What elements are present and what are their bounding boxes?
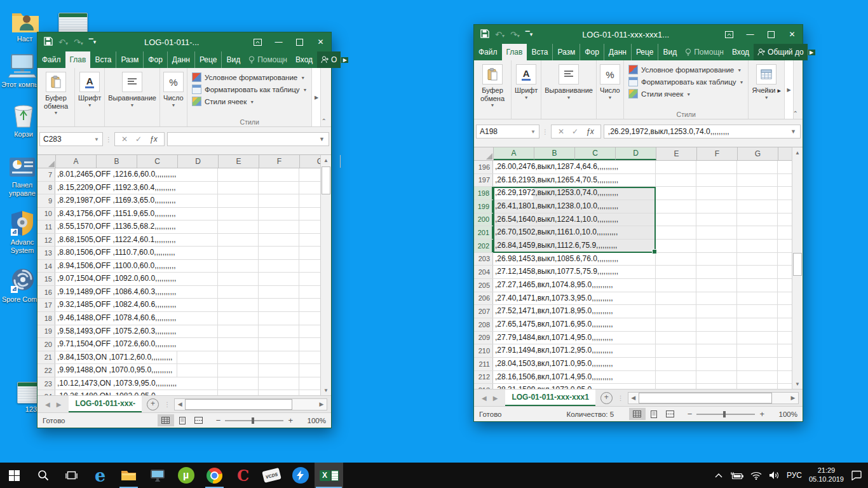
table-row[interactable]: 211,28.04,1503,вкл,1071.0,95.0,,,,,,,,,, xyxy=(474,358,792,371)
zoom-slider[interactable] xyxy=(696,414,755,415)
tab-insert[interactable]: Вста xyxy=(90,51,116,68)
zoom-level[interactable]: 100% xyxy=(773,410,797,418)
row-header-14[interactable]: 14 xyxy=(37,260,55,273)
row-header-205[interactable]: 205 xyxy=(474,279,493,292)
column-header-G[interactable]: G xyxy=(738,147,778,160)
page-layout-view-icon[interactable] xyxy=(646,408,662,420)
tabrow-expand-icon[interactable]: ▶ xyxy=(808,50,815,55)
row-header-11[interactable]: 11 xyxy=(37,220,55,233)
chrome-button[interactable] xyxy=(200,463,229,488)
tab-data[interactable]: Данн xyxy=(167,51,194,68)
new-sheet-icon[interactable]: + xyxy=(147,398,159,410)
enter-icon[interactable]: ✓ xyxy=(572,127,578,136)
redo-icon[interactable]: ↷▾ xyxy=(74,37,83,47)
row-header-15[interactable]: 15 xyxy=(37,273,55,285)
formula-input[interactable]: ,26.29,1972,выкл,1253.0,74.0,,,,,,,,,▼ xyxy=(604,125,801,139)
tab-formulas[interactable]: Фор xyxy=(143,51,166,68)
customize-qat-icon[interactable]: ▔▾ xyxy=(526,31,532,37)
row-header-203[interactable]: 203 xyxy=(474,253,493,266)
row-header-211[interactable]: 211 xyxy=(474,358,493,370)
vertical-scrollbar[interactable]: ▲ ▼ xyxy=(792,147,803,389)
scroll-left-icon[interactable]: ◀ xyxy=(628,395,639,401)
sheet-prev-icon[interactable]: ◀ xyxy=(482,395,487,402)
action-center-icon[interactable] xyxy=(851,470,862,480)
cells-group[interactable]: Ячейки ▸ ▼ xyxy=(749,60,784,119)
clock[interactable]: 21:29 05.10.2019 xyxy=(809,466,844,484)
tab-home[interactable]: Глав xyxy=(502,44,527,60)
namebox-caret-icon[interactable]: ▼ xyxy=(94,137,99,142)
customize-qat-icon[interactable]: ▔▾ xyxy=(89,39,96,45)
table-row[interactable]: 20,9.71,1504,OFF ,1072.6,60.0,,,,,,,,,, xyxy=(37,338,320,351)
formula-expand-icon[interactable]: ▼ xyxy=(790,128,796,135)
utorrent-button[interactable]: µ xyxy=(172,463,200,488)
vertical-scrollbar[interactable]: ▲ ▼ xyxy=(320,154,331,395)
row-header-17[interactable]: 17 xyxy=(37,299,55,311)
scroll-up-icon[interactable]: ▲ xyxy=(323,155,329,165)
zoom-in-icon[interactable]: + xyxy=(288,416,293,425)
column-header-E[interactable]: E xyxy=(219,155,259,168)
volume-icon[interactable] xyxy=(769,471,780,480)
table-row[interactable]: 212,28.16,1506,вкл,1071.4,95.0,,,,,,,,,, xyxy=(474,371,792,384)
clipboard-group[interactable]: Буфер обмена ▼ xyxy=(474,60,512,119)
hscroll-thumb[interactable] xyxy=(639,393,772,403)
zoom-out-icon[interactable]: − xyxy=(688,409,693,419)
page-layout-view-icon[interactable] xyxy=(174,414,191,426)
row-header-204[interactable]: 204 xyxy=(474,266,493,278)
alignment-group[interactable]: Выравнивание ▼ xyxy=(105,68,160,126)
undo-icon[interactable]: ↶▾ xyxy=(495,30,505,39)
column-header-A[interactable]: A xyxy=(56,155,97,168)
row-header-22[interactable]: 22 xyxy=(37,364,55,377)
new-sheet-icon[interactable]: + xyxy=(600,392,613,404)
undo-icon[interactable]: ↶▾ xyxy=(58,37,68,47)
column-header-B[interactable]: B xyxy=(534,147,575,160)
format-as-table-button[interactable]: Форматировать как таблицу▼ xyxy=(628,76,744,88)
table-row[interactable]: 22,9.99,1488,ON ,1070.0,95.0,,,,,,,,,, xyxy=(37,364,320,377)
lightning-app-button[interactable] xyxy=(286,463,315,488)
close-button[interactable]: ✕ xyxy=(310,32,331,51)
vscroll-thumb[interactable] xyxy=(322,166,330,194)
scroll-down-icon[interactable]: ▼ xyxy=(795,379,800,389)
cell-styles-button[interactable]: Стили ячеек▼ xyxy=(628,88,691,100)
scroll-right-icon[interactable]: ▶ xyxy=(788,395,798,401)
row-header-20[interactable]: 20 xyxy=(37,338,55,351)
sheet-next-icon[interactable]: ▶ xyxy=(57,401,62,408)
table-row[interactable]: 213,28.31,1509,вкл,1072.0,95.0,,,,,,,,,, xyxy=(474,384,792,389)
row-header-202[interactable]: 202 xyxy=(474,240,493,252)
column-header-C[interactable]: C xyxy=(137,155,178,168)
table-row[interactable]: 18,9.46,1488,OFF ,1078.4,60.6,,,,,,,,,, xyxy=(37,312,320,325)
row-header-16[interactable]: 16 xyxy=(37,286,55,299)
name-box[interactable]: C283▼ xyxy=(39,132,103,146)
table-row[interactable]: 202,26.84,1459,выкл,1112.6,75.9,,,,,,,,,… xyxy=(474,240,792,253)
task-view-button[interactable] xyxy=(57,463,86,488)
row-header-197[interactable]: 197 xyxy=(474,174,493,187)
zoom-in-icon[interactable]: + xyxy=(759,409,764,419)
table-row[interactable]: 200,26.54,1640,выкл,1224.1,10.0,,,,,,,,,… xyxy=(474,214,792,227)
column-header-F[interactable]: F xyxy=(697,147,738,160)
column-header-C[interactable]: C xyxy=(575,147,616,160)
sign-in-button[interactable]: Вход xyxy=(291,55,317,64)
tab-home[interactable]: Глав xyxy=(65,51,91,68)
page-break-view-icon[interactable] xyxy=(662,408,679,420)
wifi-icon[interactable] xyxy=(750,471,762,480)
title-bar[interactable]: ↶▾ ↷▾ ▔▾ LOG-01-011-xxx-xxx1... — ✕ xyxy=(474,25,803,44)
tab-review[interactable]: Реце xyxy=(194,51,222,68)
insert-function-icon[interactable]: ƒx xyxy=(586,127,594,136)
table-row[interactable]: 196,26.00,2476,выкл,1287.4,64.6,,,,,,,,,… xyxy=(474,161,792,174)
minimize-button[interactable]: — xyxy=(268,32,289,51)
table-row[interactable]: 10,8.43,1756,OFF ,1151.9,65.0,,,,,,,,,, xyxy=(37,208,320,221)
row-header-199[interactable]: 199 xyxy=(474,200,493,213)
sheet-tab[interactable]: LOG-01-011-xxx- xyxy=(69,396,142,412)
row-header-18[interactable]: 18 xyxy=(37,312,55,325)
column-header-E[interactable]: E xyxy=(656,147,697,160)
title-bar[interactable]: ↶▾ ↷▾ ▔▾ LOG-01-011-... — ✕ xyxy=(37,32,331,51)
tab-file[interactable]: Файл xyxy=(474,44,502,60)
ccleaner-button[interactable]: C xyxy=(229,463,257,488)
column-header-D[interactable]: D xyxy=(178,155,219,168)
column-header-B[interactable]: B xyxy=(97,155,137,168)
row-header-213[interactable]: 213 xyxy=(474,384,493,389)
tab-layout[interactable]: Разм xyxy=(116,51,143,68)
table-row[interactable]: 204,27.12,1458,выкл,1077.5,75.9,,,,,,,,,… xyxy=(474,266,792,279)
format-as-table-button[interactable]: Форматировать как таблицу▼ xyxy=(192,83,308,95)
tab-formulas[interactable]: Фор xyxy=(580,44,603,60)
display-app-button[interactable] xyxy=(143,463,172,488)
